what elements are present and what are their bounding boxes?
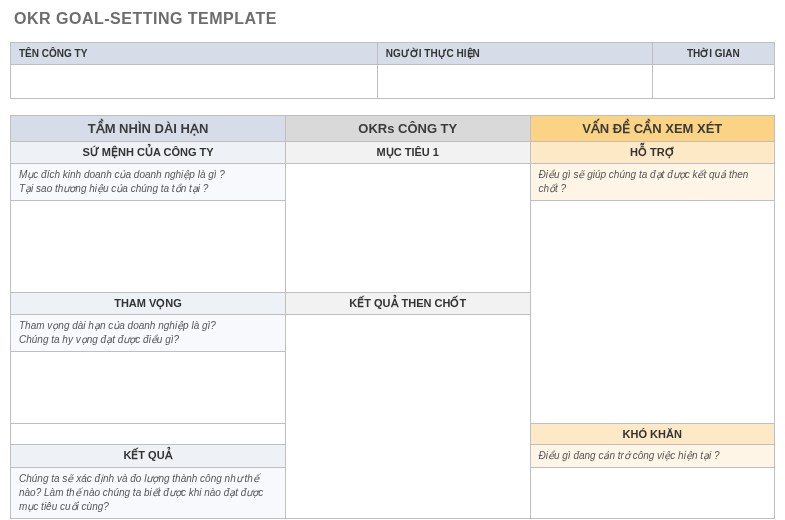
company-info-table: TÊN CÔNG TY NGƯỜI THỰC HIỆN THỜI GIAN (10, 42, 775, 99)
challenge-prompt: Điều gì đang cản trở công việc hiện tại … (530, 445, 775, 468)
period-value[interactable] (652, 65, 774, 99)
ambition-subheader: THAM VỌNG (11, 293, 286, 315)
vision-header: TẦM NHÌN DÀI HẠN (11, 116, 286, 142)
support-body[interactable] (530, 201, 775, 424)
company-name-label: TÊN CÔNG TY (11, 43, 378, 65)
owner-label: NGƯỜI THỰC HIỆN (377, 43, 652, 65)
support-subheader: HỖ TRỢ (530, 142, 775, 164)
objective1-subheader: MỤC TIÊU 1 (286, 142, 530, 164)
keyresults-body[interactable] (286, 315, 530, 519)
mission-body[interactable] (11, 201, 286, 293)
support-prompt: Điều gì sẽ giúp chúng ta đạt được kết qu… (530, 164, 775, 201)
issues-header: VẤN ĐỀ CẦN XEM XÉT (530, 116, 775, 142)
mission-prompt: Mục đích kinh doanh của doanh nghiệp là … (11, 164, 286, 201)
ambition-body-2[interactable] (11, 424, 286, 445)
company-name-value[interactable] (11, 65, 378, 99)
keyresults-subheader: KẾT QUẢ THEN CHỐT (286, 293, 530, 315)
ambition-prompt: Tham vọng dài hạn của doanh nghiệp là gì… (11, 315, 286, 352)
mission-subheader: SỨ MỆNH CỦA CÔNG TY (11, 142, 286, 164)
okr-main-table: TẦM NHÌN DÀI HẠN OKRs CÔNG TY VẤN ĐỀ CẦN… (10, 115, 775, 519)
page-title: OKR GOAL-SETTING TEMPLATE (14, 10, 775, 28)
objective1-body[interactable] (286, 164, 530, 293)
ambition-body[interactable] (11, 352, 286, 424)
challenge-subheader: KHÓ KHĂN (530, 424, 775, 445)
owner-value[interactable] (377, 65, 652, 99)
period-label: THỜI GIAN (652, 43, 774, 65)
result-subheader: KẾT QUẢ (11, 445, 286, 468)
okrs-header: OKRs CÔNG TY (286, 116, 530, 142)
result-prompt: Chúng ta sẽ xác định và đo lượng thành c… (11, 468, 286, 519)
challenge-body[interactable] (530, 468, 775, 519)
